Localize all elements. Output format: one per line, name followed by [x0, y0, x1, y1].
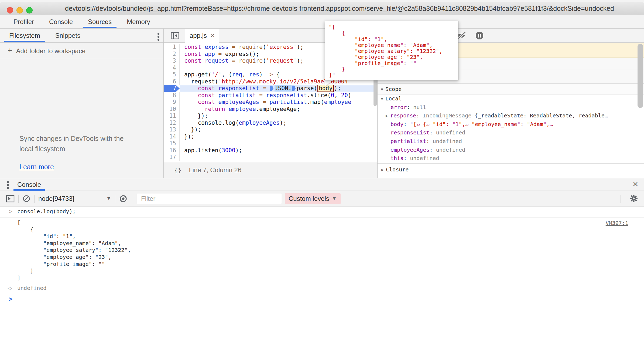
execution-line-marker[interactable]: 7 — [164, 85, 180, 92]
variable-value: undefined — [410, 155, 439, 161]
line-number[interactable]: 10 — [164, 106, 180, 113]
code-line-text: }); — [180, 133, 377, 140]
variable-value: undefined — [436, 129, 465, 136]
console-input-echo: console.log(body); — [17, 208, 644, 215]
collapse-icon: ▼ — [381, 87, 383, 92]
prompt-chevron-icon: > — [9, 296, 12, 303]
code-line-8[interactable]: 8 const partialList = responseList.slice… — [164, 92, 377, 99]
drawer-more-options-icon[interactable] — [7, 180, 9, 190]
scope-tree: ▼Local error: null▶response: IncomingMes… — [378, 94, 644, 163]
hide-navigator-icon[interactable] — [170, 31, 180, 40]
code-line-10[interactable]: 10 return employee.employeeAge; — [164, 106, 377, 113]
scope-variable-responseList[interactable]: responseList: undefined — [378, 128, 644, 137]
variable-value: "[↵ {↵ "id": "1",↵ "employee_name": "Ada… — [410, 121, 553, 127]
scope-section-header[interactable]: ▼Scope — [378, 84, 644, 94]
title-bar[interactable]: devtools://devtools/bundled/js_app.html?… — [0, 2, 644, 15]
chevron-down-icon: ▼ — [332, 196, 337, 201]
pretty-print-icon[interactable]: {} — [174, 167, 181, 174]
chevron-down-icon: ▼ — [106, 196, 111, 201]
deactivate-breakpoints-icon[interactable] — [457, 31, 467, 40]
line-number[interactable]: 13 — [164, 126, 180, 133]
source-location-link[interactable]: VM397:1 — [606, 220, 628, 227]
line-number[interactable]: 16 — [164, 147, 180, 154]
tab-memory[interactable]: Memory — [119, 15, 158, 28]
cursor-position: Line 7, Column 26 — [189, 166, 242, 174]
line-number[interactable]: 12 — [164, 120, 180, 127]
code-line-13[interactable]: 13 }); — [164, 126, 377, 133]
code-line-16[interactable]: 16app.listen(3000); — [164, 147, 377, 154]
tab-console[interactable]: Console — [42, 15, 80, 28]
console-settings-gear-icon[interactable] — [629, 194, 638, 203]
file-tab-appjs[interactable]: app.js × — [185, 29, 219, 43]
line-number[interactable]: 11 — [164, 113, 180, 120]
variable-value: IncomingMessage — [423, 112, 475, 119]
pause-on-exceptions-icon[interactable] — [475, 31, 484, 40]
line-number[interactable]: 1 — [164, 44, 180, 51]
custom-levels-dropdown[interactable]: Custom levels ▼ — [285, 193, 341, 204]
scope-variable-this[interactable]: this: undefined — [378, 154, 644, 163]
line-number[interactable]: 8 — [164, 92, 180, 99]
scope-closure-node[interactable]: ▶Closure — [378, 163, 644, 175]
console-input-echo-row[interactable]: > console.log(body); — [0, 207, 644, 218]
scope-variable-employeeAges[interactable]: employeeAges: undefined — [378, 146, 644, 154]
tab-sources[interactable]: Sources — [80, 15, 119, 28]
sidebar-vertical-scrollbar[interactable] — [638, 44, 643, 108]
tab-console[interactable]: Console — [13, 178, 45, 191]
live-expression-eye-icon[interactable] — [119, 194, 128, 203]
scope-variable-partialList[interactable]: partialList: undefined — [378, 137, 644, 146]
code-line-15[interactable]: 15 — [164, 140, 377, 147]
subtab-snippets[interactable]: Snippets — [48, 29, 88, 42]
code-line-11[interactable]: 11 }); — [164, 113, 377, 120]
close-file-tab-icon[interactable]: × — [211, 31, 215, 40]
tab-profiler[interactable]: Profiler — [6, 15, 42, 28]
learn-more-link[interactable]: Learn more — [19, 163, 54, 171]
line-number[interactable]: 6 — [164, 78, 180, 85]
navigator-panel: FilesystemSnippets +Add folder to worksp… — [0, 29, 164, 178]
console-prompt-row[interactable]: > — [0, 294, 644, 305]
minimize-window-button[interactable] — [16, 7, 23, 13]
code-line-17[interactable]: 17 — [164, 154, 377, 161]
execution-context-selector[interactable]: node[94733] ▼ — [38, 195, 111, 202]
console-sidebar-toggle-icon[interactable] — [6, 195, 15, 202]
add-folder-button[interactable]: +Add folder to workspace — [0, 43, 163, 58]
line-number[interactable]: 4 — [164, 65, 180, 72]
scope-local-node[interactable]: ▼Local — [378, 94, 644, 103]
variable-value: undefined — [436, 147, 465, 153]
variable-name: this — [390, 155, 403, 161]
line-number[interactable]: 14 — [164, 133, 180, 140]
code-line-12[interactable]: 12 console.log(employeeAges); — [164, 120, 377, 127]
close-drawer-icon[interactable]: × — [633, 179, 638, 189]
line-number[interactable]: 3 — [164, 57, 180, 65]
context-label: node[94733] — [38, 195, 74, 202]
code-line-text: app.listen(3000); — [180, 147, 377, 154]
tooltip-caret — [325, 80, 333, 86]
navigator-tab-bar: FilesystemSnippets — [0, 29, 163, 43]
console-output-row[interactable]: [ { "id": "1", "employee_name": "Adam", … — [0, 218, 644, 283]
maximize-window-button[interactable] — [26, 7, 33, 13]
drawer-header: Console × — [0, 178, 644, 191]
navigator-more-options-icon[interactable] — [157, 32, 160, 42]
clear-console-icon[interactable] — [22, 195, 30, 203]
code-line-text — [180, 154, 377, 161]
code-line-9[interactable]: 9 const employeeAges = partialList.map(e… — [164, 99, 377, 106]
code-line-text: const partialList = responseList.slice(0… — [180, 92, 377, 99]
line-number[interactable]: 2 — [164, 51, 180, 58]
code-line-14[interactable]: 14}); — [164, 133, 377, 140]
filter-input[interactable] — [137, 194, 282, 204]
subtab-filesystem[interactable]: Filesystem — [2, 29, 48, 42]
variable-name: partialList — [390, 138, 426, 144]
code-line-text: const employeeAges = partialList.map(emp… — [180, 99, 377, 106]
expand-icon[interactable]: ▶ — [386, 113, 388, 118]
scope-variable-body[interactable]: body: "[↵ {↵ "id": "1",↵ "employee_name"… — [378, 120, 644, 129]
scope-variable-error[interactable]: error: null — [378, 103, 644, 112]
plus-icon: + — [8, 46, 12, 55]
line-number[interactable]: 9 — [164, 99, 180, 106]
line-number[interactable]: 17 — [164, 154, 180, 161]
console-result-value: undefined — [17, 285, 644, 292]
close-window-button[interactable] — [7, 7, 13, 13]
line-number[interactable]: 5 — [164, 71, 180, 78]
scope-variable-response[interactable]: ▶response: IncomingMessage {_readableSta… — [378, 111, 644, 120]
code-line-7[interactable]: 7 const responseList = JSON.parse(body); — [164, 85, 377, 92]
code-line-text: const responseList = JSON.parse(body); — [180, 85, 377, 92]
line-number[interactable]: 15 — [164, 140, 180, 147]
